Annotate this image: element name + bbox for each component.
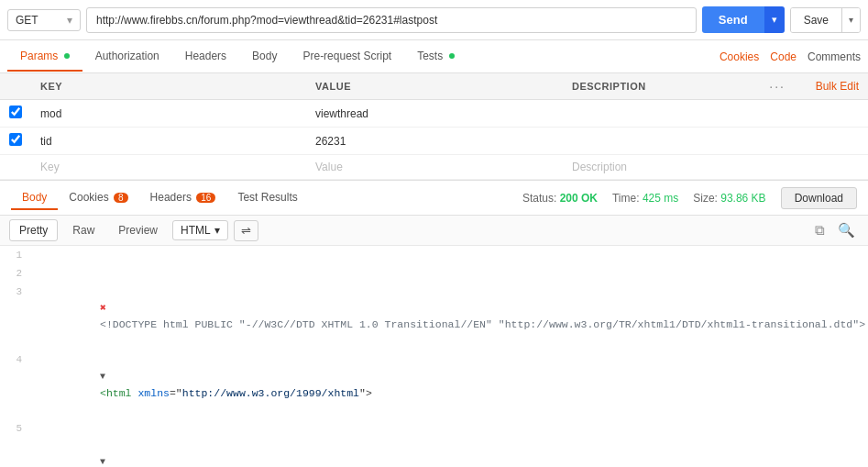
table-row-placeholder: Key Value Description	[0, 155, 868, 180]
code-tab-preview[interactable]: Preview	[109, 220, 167, 240]
more-options-button[interactable]: ···	[769, 79, 786, 94]
error-icon: ✖	[100, 302, 106, 314]
tab-params[interactable]: Params	[7, 42, 82, 72]
tab-body-response[interactable]: Body	[11, 186, 58, 210]
top-bar: GET ▾ Send ▾ Save ▾	[0, 0, 868, 40]
status-label: Status:	[522, 192, 560, 205]
comments-link[interactable]: Comments	[808, 50, 861, 63]
code-line: 1	[0, 246, 868, 264]
lang-select[interactable]: HTML ▾	[172, 220, 228, 240]
params-section: KEY VALUE DESCRIPTION ··· Bulk Edit mod …	[0, 73, 868, 181]
key-col-header: KEY	[31, 73, 306, 100]
code-line: 3 ✖ <!DOCTYPE html PUBLIC "-//W3C//DTD X…	[0, 283, 868, 350]
row2-key[interactable]: tid	[31, 128, 306, 155]
status-value: 200 OK	[560, 192, 598, 205]
code-area: 1 2 3 ✖ <!DOCTYPE html PUBLIC "-//W3C//D…	[0, 246, 868, 467]
table-row: tid 26231	[0, 128, 868, 155]
code-line: 5 ▼ <head>	[0, 419, 868, 467]
code-toolbar: Pretty Raw Preview HTML ▾ ⇌ ⧉ 🔍	[0, 216, 868, 246]
row1-checkbox[interactable]	[9, 106, 22, 118]
wrap-button[interactable]: ⇌	[234, 220, 258, 241]
tab-body[interactable]: Body	[239, 42, 290, 72]
tab-cookies-response[interactable]: Cookies 8	[58, 186, 138, 210]
save-button[interactable]: Save	[791, 8, 841, 32]
code-line: 2	[0, 264, 868, 283]
placeholder-desc[interactable]: Description	[563, 155, 760, 180]
tab-right-links: Cookies Code Comments	[720, 50, 861, 63]
bulk-col-header: Bulk Edit	[795, 73, 868, 100]
params-table: KEY VALUE DESCRIPTION ··· Bulk Edit mod …	[0, 73, 868, 180]
row2-value[interactable]: 26231	[306, 128, 563, 155]
row1-value[interactable]: viewthread	[306, 100, 563, 128]
collapse-arrow[interactable]: ▼	[100, 372, 105, 382]
bulk-edit-button[interactable]: Bulk Edit	[816, 80, 859, 93]
time-value: 425 ms	[643, 192, 678, 205]
lang-chevron: ▾	[214, 224, 220, 237]
checkbox-col-header	[0, 73, 31, 100]
placeholder-value[interactable]: Value	[306, 155, 563, 180]
lang-value: HTML	[181, 224, 211, 237]
actions-col-header: ···	[760, 73, 795, 100]
row2-checkbox[interactable]	[9, 133, 22, 146]
tab-headers-response[interactable]: Headers 16	[139, 186, 227, 210]
time-label: Time:	[612, 192, 643, 205]
params-dot	[64, 53, 70, 59]
code-tab-pretty[interactable]: Pretty	[9, 219, 58, 241]
send-dropdown[interactable]: ▾	[764, 6, 785, 33]
send-btn-group: Send ▾	[702, 6, 785, 33]
headers-badge: 16	[196, 193, 215, 203]
method-chevron: ▾	[67, 14, 72, 27]
size-label: Size:	[693, 192, 720, 205]
table-row: mod viewthread	[0, 100, 868, 128]
response-tabs: Body Cookies 8 Headers 16 Test Results	[11, 186, 309, 210]
cookies-link[interactable]: Cookies	[720, 50, 759, 63]
tab-headers[interactable]: Headers	[172, 42, 239, 72]
code-link[interactable]: Code	[770, 50, 797, 63]
code-tab-raw[interactable]: Raw	[63, 220, 104, 240]
request-tab-bar: Params Authorization Headers Body Pre-re…	[0, 40, 868, 73]
save-dropdown[interactable]: ▾	[841, 8, 860, 32]
row1-desc[interactable]	[563, 100, 760, 128]
cookies-badge: 8	[114, 193, 128, 203]
desc-col-header: DESCRIPTION	[563, 73, 760, 100]
tests-dot	[449, 53, 455, 59]
save-btn-group: Save ▾	[790, 7, 861, 33]
row2-desc[interactable]	[563, 128, 760, 155]
send-button[interactable]: Send	[702, 6, 764, 33]
row1-key[interactable]: mod	[31, 100, 306, 128]
method-value: GET	[16, 14, 38, 27]
tab-tests[interactable]: Tests	[404, 42, 467, 72]
size-value: 93.86 KB	[720, 192, 765, 205]
response-section: Body Cookies 8 Headers 16 Test Results S…	[0, 181, 868, 467]
value-col-header: VALUE	[306, 73, 563, 100]
code-icons-right: ⧉ 🔍	[811, 220, 859, 240]
code-line: 4 ▼ <html xmlns="http://www.w3.org/1999/…	[0, 350, 868, 419]
response-bar: Body Cookies 8 Headers 16 Test Results S…	[0, 181, 868, 216]
app-container: GET ▾ Send ▾ Save ▾ Params Authorization…	[0, 0, 868, 467]
tab-authorization[interactable]: Authorization	[82, 42, 172, 72]
collapse-arrow[interactable]: ▼	[100, 457, 105, 467]
response-meta: Status: 200 OK Time: 425 ms Size: 93.86 …	[522, 187, 857, 209]
method-select[interactable]: GET ▾	[7, 9, 81, 31]
url-input[interactable]	[86, 7, 697, 33]
tab-pre-request[interactable]: Pre-request Script	[290, 42, 404, 72]
tab-test-results[interactable]: Test Results	[226, 186, 308, 210]
download-button[interactable]: Download	[781, 187, 857, 209]
copy-icon[interactable]: ⧉	[811, 220, 829, 240]
placeholder-key[interactable]: Key	[31, 155, 306, 180]
search-icon[interactable]: 🔍	[834, 220, 859, 240]
